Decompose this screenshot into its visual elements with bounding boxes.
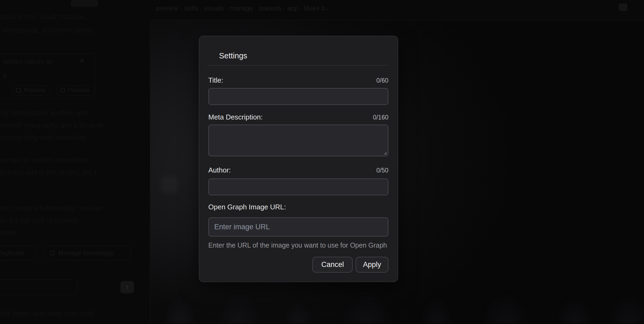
apply-button[interactable]: Apply [356, 257, 388, 273]
author-char-counter: 0/50 [376, 167, 388, 174]
og-image-helper-text: Enter the URL of the image you want to u… [208, 241, 388, 249]
settings-dialog: Settings Title: 0/60 Meta Description: 0… [199, 36, 398, 282]
meta-description-field-row: Meta Description: 0/160 [208, 113, 388, 121]
title-input[interactable] [208, 88, 388, 105]
resize-handle-icon[interactable] [383, 151, 387, 155]
cancel-button[interactable]: Cancel [312, 257, 353, 273]
og-image-url-label: Open Graph Image URL: [208, 203, 286, 211]
title-label: Title: [208, 76, 223, 84]
meta-description-wrap [208, 125, 388, 156]
author-label: Author: [208, 166, 231, 174]
author-input[interactable] [208, 178, 388, 195]
dialog-title: Settings [219, 51, 247, 60]
dialog-body: Title: 0/60 Meta Description: 0/160 Auth… [208, 65, 388, 273]
author-field-row: Author: 0/50 [208, 166, 388, 174]
meta-description-char-counter: 0/160 [373, 114, 388, 121]
og-image-field-row: Open Graph Image URL: [208, 203, 388, 211]
title-char-counter: 0/60 [376, 77, 388, 84]
og-image-url-input[interactable] [208, 217, 388, 237]
title-field-row: Title: 0/60 [208, 76, 388, 84]
meta-description-textarea[interactable] [208, 125, 388, 156]
dialog-actions: Cancel Apply [208, 257, 388, 273]
meta-description-label: Meta Description: [208, 113, 263, 121]
